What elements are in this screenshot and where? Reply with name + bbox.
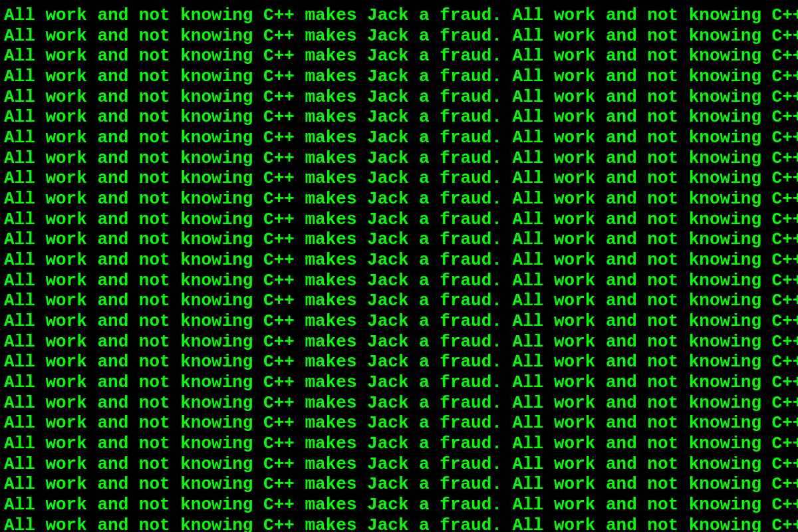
text-line: All work and not knowing C++ makes Jack … [4, 46, 794, 66]
text-line: All work and not knowing C++ makes Jack … [4, 87, 794, 108]
text-line: All work and not knowing C++ makes Jack … [4, 271, 794, 291]
text-line: All work and not knowing C++ makes Jack … [4, 209, 794, 230]
text-line: All work and not knowing C++ makes Jack … [4, 107, 794, 128]
text-line: All work and not knowing C++ makes Jack … [4, 5, 794, 26]
text-line: All work and not knowing C++ makes Jack … [4, 168, 794, 189]
text-line: All work and not knowing C++ makes Jack … [4, 311, 794, 332]
text-line: All work and not knowing C++ makes Jack … [4, 372, 794, 393]
text-line: All work and not knowing C++ makes Jack … [4, 495, 794, 515]
text-line: All work and not knowing C++ makes Jack … [4, 189, 794, 209]
text-line: All work and not knowing C++ makes Jack … [4, 474, 794, 495]
text-line: All work and not knowing C++ makes Jack … [4, 352, 794, 372]
text-line: All work and not knowing C++ makes Jack … [4, 26, 794, 47]
text-line: All work and not knowing C++ makes Jack … [4, 393, 794, 414]
text-line: All work and not knowing C++ makes Jack … [4, 434, 794, 454]
text-line: All work and not knowing C++ makes Jack … [4, 413, 794, 434]
text-line: All work and not knowing C++ makes Jack … [4, 332, 794, 352]
text-line: All work and not knowing C++ makes Jack … [4, 454, 794, 475]
text-line: All work and not knowing C++ makes Jack … [4, 128, 794, 148]
text-line: All work and not knowing C++ makes Jack … [4, 66, 794, 87]
text-line: All work and not knowing C++ makes Jack … [4, 229, 794, 250]
text-line: All work and not knowing C++ makes Jack … [4, 515, 794, 532]
main-content: All work and not knowing C++ makes Jack … [0, 4, 798, 532]
text-line: All work and not knowing C++ makes Jack … [4, 250, 794, 271]
text-line: All work and not knowing C++ makes Jack … [4, 291, 794, 311]
text-line: All work and not knowing C++ makes Jack … [4, 148, 794, 169]
